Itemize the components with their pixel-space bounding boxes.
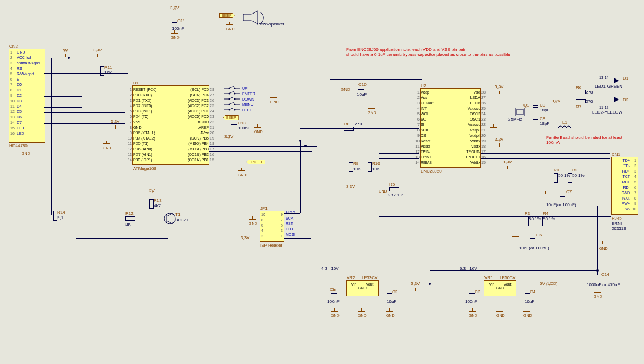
q1-val: 25MHz	[508, 117, 522, 122]
c8-val: 18pF	[540, 121, 549, 126]
c7-val: 10nF(or 100nF)	[546, 202, 576, 207]
c14	[595, 276, 600, 280]
button-bank: UPENTERDOWNMENULEFT	[224, 85, 255, 112]
cin-des: Cin	[330, 287, 336, 292]
svg-point-14	[234, 98, 236, 100]
u2-part: ENC28J60	[421, 169, 442, 174]
gnd-icon	[490, 124, 497, 132]
gnd-icon: GND	[331, 308, 338, 316]
d1-des: D1	[623, 76, 628, 81]
r1	[554, 173, 558, 183]
r6	[576, 90, 586, 94]
svg-point-9	[234, 93, 236, 95]
power-3v3: 3,3V	[93, 48, 102, 52]
r6-val: 270	[586, 90, 593, 95]
r10	[368, 162, 372, 172]
vr1: VR1 LF50CV VinVout GND	[484, 280, 516, 296]
gnd-icon: GND	[358, 308, 366, 316]
d2-des: D2	[623, 97, 628, 102]
r13	[149, 199, 154, 209]
vr2-des: VR2	[347, 275, 355, 280]
t1-val: BC327	[175, 217, 188, 222]
r7	[576, 99, 586, 103]
c3-val: 100nF	[465, 299, 477, 304]
c3	[469, 292, 475, 296]
r9-des: R9	[353, 161, 358, 166]
r11-des: R11	[104, 65, 112, 70]
c10-gnd: GND	[341, 87, 350, 92]
c14-val: 1000uF or 470uF	[587, 282, 620, 287]
u1-part: ATMega168	[133, 166, 156, 171]
r5	[389, 187, 399, 191]
gnd-icon: GND	[386, 308, 394, 316]
power-5v-lcd: 5V (LCD)	[540, 281, 557, 286]
r14	[53, 211, 57, 221]
c8	[533, 118, 538, 122]
enc-note: From ENC28J60 application note: each VDD…	[346, 47, 573, 57]
vr1-des: VR1	[484, 275, 493, 280]
c7	[560, 194, 565, 198]
c14-des: C14	[601, 272, 609, 277]
speaker-label: Piezo-speaker	[257, 22, 284, 27]
r2-des: R2	[572, 168, 577, 173]
isp-3v3: 3,3V	[241, 235, 249, 240]
r11	[100, 66, 104, 76]
xtal-icon	[514, 108, 527, 116]
r14-des: R14	[57, 210, 65, 215]
gnd-icon: GND	[599, 241, 607, 249]
r4-val: 50 1%	[543, 216, 555, 221]
c11	[172, 19, 177, 24]
d2-pins: 11 12	[599, 105, 609, 109]
svg-point-24	[234, 109, 236, 111]
cin-val: 100nF	[327, 299, 340, 304]
c7-des: C7	[566, 189, 572, 194]
ic-u1: U1 1RESET (PC6)(SCL) PC5282PD0 (RXD)(SDA…	[132, 85, 209, 165]
d1-pins: 13 14	[599, 76, 609, 80]
r5-val: 2K7 1%	[388, 193, 403, 197]
c4-val: 10uF	[525, 299, 534, 304]
svg-point-4	[234, 88, 236, 89]
gnd-icon: GND	[226, 22, 234, 29]
c10	[358, 87, 364, 91]
c6-des: C6	[536, 233, 542, 237]
gnd-icon: GND	[238, 168, 245, 175]
r12	[125, 216, 135, 221]
svg-point-23	[229, 109, 230, 111]
r4-des: R4	[543, 211, 548, 216]
connector-cn2: CN2 1GND2VCC-lcd3contrast->gnd4RS5R/W->g…	[9, 49, 45, 143]
gnd-icon: GND	[594, 289, 601, 297]
t1-des: T1	[175, 212, 180, 217]
beep-flag: BEEP	[219, 13, 235, 18]
ferrite-note: Ferrite Bead should be rated for at leas…	[546, 135, 627, 145]
r14-val: 9,1	[57, 215, 63, 220]
r3	[525, 216, 529, 226]
r13-des: R13	[154, 198, 162, 203]
gnd-icon	[542, 191, 549, 198]
right-flag: RIGHT	[246, 160, 265, 164]
gnd-icon: GND	[469, 308, 476, 316]
power-3v3: 3,3V	[495, 137, 503, 142]
svg-point-8	[229, 93, 230, 95]
c3-des: C3	[475, 289, 480, 294]
beep-flag-u1: BEEP	[223, 115, 239, 120]
c2	[387, 292, 392, 296]
jp1-part: ISP Header	[260, 243, 282, 248]
r9	[349, 162, 353, 172]
r2	[568, 173, 572, 183]
r12-des: R12	[125, 211, 134, 216]
u2-des: U2	[421, 83, 426, 88]
r4	[539, 216, 543, 226]
c2-val: 10uF	[387, 299, 396, 304]
gnd-icon: GND	[171, 30, 178, 38]
r12-val: 3K	[125, 222, 131, 227]
gnd-icon: GND	[270, 95, 278, 102]
pullup-3v3: 3,3V	[346, 184, 355, 189]
r13-val: 4k7	[154, 203, 161, 208]
cn1-part: RJ45	[612, 216, 622, 221]
vr2: VR2 LF33CV VinVout GND	[346, 280, 379, 296]
jp1-des: JP1	[260, 206, 268, 211]
c9	[533, 104, 538, 109]
power-3v3: 3,3V	[170, 5, 179, 10]
vr2-range: 4,3 - 16V	[321, 266, 338, 271]
c6-val: 10nF(or 100nF)	[519, 246, 549, 250]
